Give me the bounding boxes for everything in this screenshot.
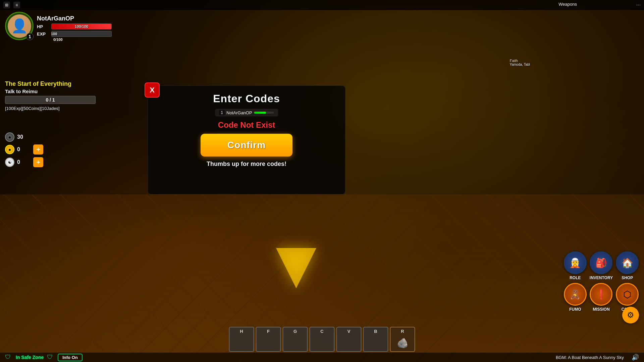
hotbar: H F G C V B R 🪨 bbox=[229, 327, 415, 352]
jade-icon: ☯ bbox=[5, 158, 14, 167]
hotbar-slot-f[interactable]: F bbox=[256, 327, 281, 352]
coin-amount: 0 bbox=[17, 146, 31, 153]
weapons-panel: Weapons bbox=[558, 2, 577, 7]
hp-bar: 100/100 bbox=[51, 23, 112, 29]
bottom-bar: 🛡 In Safe Zone 🛡 Info On BGM: A Boat Ben… bbox=[0, 353, 644, 362]
coin-icon: ● bbox=[5, 145, 14, 154]
menu-icon[interactable]: ≡ bbox=[13, 2, 20, 8]
quest-panel: The Start of Everything Talk to Reimu 0 … bbox=[5, 80, 96, 111]
quest-progress: 0 / 1 bbox=[5, 96, 96, 104]
hotbar-slot-r[interactable]: R 🪨 bbox=[390, 327, 415, 352]
confirm-button[interactable]: Confirm bbox=[201, 134, 292, 157]
code-modal: X Enter Codes 1 NotArGanOP Code Not Exis… bbox=[148, 85, 345, 194]
mission-label: MISSION bbox=[593, 307, 610, 312]
hotbar-item-r: 🪨 bbox=[395, 336, 410, 351]
modal-health-bar bbox=[254, 112, 274, 114]
right-action-panel: 🧝 ROLE 🎒 INVENTORY 🏠 SHOP 🧸 FUMO ❗ MISSI… bbox=[564, 251, 639, 312]
modal-player-name: NotArGanOP bbox=[226, 110, 252, 115]
bgm-text: BGM: A Boat Beneath A Sunny Sky bbox=[556, 355, 624, 360]
fumo-button[interactable]: 🧸 FUMO bbox=[564, 283, 587, 312]
fumo-icon: 🧸 bbox=[564, 283, 587, 306]
code-icon: ⬡ bbox=[616, 283, 639, 306]
currency-panel: ● 30 ● 0 + ☯ 0 + bbox=[5, 132, 43, 167]
quest-objective: Talk to Reimu bbox=[5, 88, 96, 94]
orb-row: ● 30 bbox=[5, 132, 43, 142]
coin-row: ● 0 + bbox=[5, 144, 43, 155]
shop-button[interactable]: 🏠 SHOP bbox=[615, 251, 639, 280]
modal-close-button[interactable]: X bbox=[145, 82, 160, 98]
add-jade-button[interactable]: + bbox=[33, 157, 43, 167]
shop-label: SHOP bbox=[622, 276, 633, 280]
orb-icon: ● bbox=[5, 132, 14, 142]
jade-amount: 0 bbox=[17, 159, 31, 165]
exp-bar: 0/100 0/100 bbox=[51, 31, 112, 37]
player-panel: 1 NotArGanOP HP 100/100 EXP 0/100 0/100 bbox=[5, 12, 112, 40]
exp-value-text: 0/100 bbox=[53, 37, 63, 37]
hotbar-slot-c[interactable]: C bbox=[310, 327, 335, 352]
mission-button[interactable]: ❗ MISSION bbox=[590, 283, 613, 312]
fumo-label: FUMO bbox=[569, 307, 581, 312]
role-button[interactable]: 🧝 ROLE bbox=[564, 251, 587, 280]
avatar-container: 1 bbox=[5, 12, 34, 40]
role-icon: 🧝 bbox=[564, 251, 587, 274]
more-options-icon[interactable]: ··· bbox=[636, 2, 641, 8]
inventory-label: INVENTORY bbox=[590, 276, 613, 280]
orb-amount: 30 bbox=[17, 134, 31, 140]
hotbar-slot-b[interactable]: B bbox=[363, 327, 388, 352]
npc-indicator: Faith Yamoda, Tabl bbox=[510, 59, 530, 66]
roblox-icon[interactable]: ⊞ bbox=[3, 2, 10, 8]
player-name: NotArGanOP bbox=[37, 15, 112, 22]
hp-row: HP 100/100 bbox=[37, 23, 112, 29]
safe-zone-shield-left-icon: 🛡 bbox=[5, 354, 12, 361]
quest-reward: [100Exp][50Coins][10Jades] bbox=[5, 106, 96, 111]
mission-icon: ❗ bbox=[590, 283, 612, 306]
jade-row: ☯ 0 + bbox=[5, 157, 43, 167]
top-bar: ⊞ ≡ ··· bbox=[0, 0, 644, 10]
exp-row: EXP 0/100 0/100 bbox=[37, 31, 112, 37]
hp-fill: 100/100 bbox=[52, 24, 111, 29]
player-stats: NotArGanOP HP 100/100 EXP 0/100 0/100 bbox=[37, 15, 112, 37]
info-on-button[interactable]: Info On bbox=[58, 354, 83, 361]
safe-zone-text: In Safe Zone bbox=[16, 355, 44, 360]
modal-health-fill bbox=[254, 112, 266, 114]
exp-label: EXP bbox=[37, 32, 49, 37]
modal-hint-text: Thumbs up for more codes! bbox=[207, 161, 286, 168]
hotbar-slot-h[interactable]: H bbox=[229, 327, 254, 352]
modal-player-tag: 1 NotArGanOP bbox=[215, 109, 278, 116]
volume-icon[interactable]: 🔊 bbox=[632, 354, 639, 361]
inventory-icon: 🎒 bbox=[590, 251, 612, 274]
hotbar-slot-g[interactable]: G bbox=[283, 327, 308, 352]
hotbar-slot-v[interactable]: V bbox=[336, 327, 362, 352]
level-badge: 1 bbox=[26, 33, 34, 40]
direction-arrow bbox=[276, 248, 316, 288]
modal-title: Enter Codes bbox=[213, 93, 280, 105]
settings-button[interactable]: ⚙ bbox=[622, 307, 639, 323]
inventory-button[interactable]: 🎒 INVENTORY bbox=[590, 251, 613, 280]
modal-error-text: Code Not Exist bbox=[218, 120, 275, 130]
role-label: ROLE bbox=[570, 276, 581, 280]
hp-label: HP bbox=[37, 24, 49, 29]
quest-title: The Start of Everything bbox=[5, 80, 96, 87]
modal-player-number: 1 bbox=[219, 110, 225, 115]
add-coin-button[interactable]: + bbox=[33, 144, 43, 155]
safe-zone-shield-right-icon: 🛡 bbox=[47, 354, 54, 361]
shop-icon: 🏠 bbox=[616, 251, 639, 274]
